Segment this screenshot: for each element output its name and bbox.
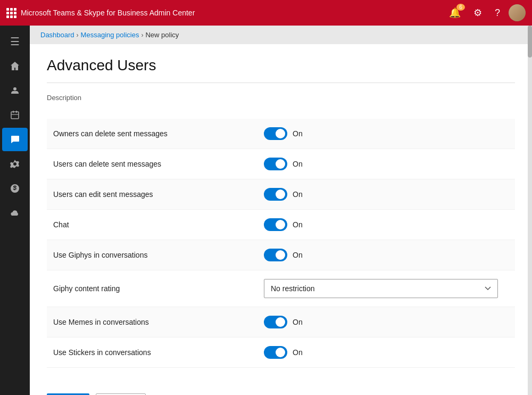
- setting-label-users-edit: Users can edit sent messages: [53, 190, 264, 199]
- title-divider: [47, 83, 515, 83]
- waffle-icon[interactable]: [6, 8, 16, 18]
- setting-row-users-delete: Users can delete sent messages On: [47, 149, 515, 179]
- notification-badge: 6: [456, 4, 465, 11]
- setting-row-giphys: Use Giphys in conversations On: [47, 240, 515, 270]
- setting-row-memes: Use Memes in conversations On: [47, 307, 515, 338]
- help-button[interactable]: ?: [491, 5, 504, 21]
- svg-rect-0: [11, 112, 19, 119]
- sidebar-item-messaging[interactable]: [2, 128, 28, 151]
- toggle-stickers[interactable]: [264, 346, 287, 359]
- top-header: Microsoft Teams & Skype for Business Adm…: [0, 0, 532, 26]
- main-layout: ☰ Dashboard › Messaging policies ›: [0, 26, 532, 395]
- toggle-label-stickers: On: [293, 348, 303, 357]
- toggle-label-chat: On: [293, 220, 303, 229]
- toggle-users-edit[interactable]: [264, 188, 287, 201]
- setting-control-memes: On: [264, 316, 509, 328]
- scrollbar-thumb[interactable]: [528, 26, 532, 57]
- setting-row-giphy-rating: Giphy content rating No restriction Mode…: [47, 270, 515, 307]
- settings-list: Owners can delete sent messages On Users: [47, 119, 515, 368]
- toggle-chat[interactable]: [264, 218, 287, 231]
- setting-label-giphys: Use Giphys in conversations: [53, 251, 264, 259]
- toggle-users-delete[interactable]: [264, 158, 287, 170]
- breadcrumb-sep-1: ›: [77, 31, 79, 39]
- sidebar-item-home[interactable]: [2, 54, 28, 78]
- setting-control-chat: On: [264, 218, 509, 231]
- setting-label-owners-delete: Owners can delete sent messages: [53, 129, 264, 138]
- description-label: Description: [47, 89, 515, 106]
- breadcrumb-sep-2: ›: [141, 31, 143, 39]
- header-title: Microsoft Teams & Skype for Business Adm…: [21, 9, 445, 17]
- toggle-owners-delete[interactable]: [264, 127, 287, 140]
- toggle-label-giphys: On: [293, 251, 303, 259]
- setting-row-chat: Chat On: [47, 210, 515, 240]
- header-icons: 🔔 6 ⚙ ?: [445, 4, 526, 21]
- setting-label-giphy-rating: Giphy content rating: [53, 284, 264, 293]
- setting-label-chat: Chat: [53, 220, 264, 229]
- page-content: Advanced Users Description Owners can de…: [30, 44, 532, 395]
- setting-control-users-delete: On: [264, 158, 509, 170]
- toggle-label-owners-delete: On: [293, 129, 303, 138]
- sidebar-item-hamburger[interactable]: ☰: [2, 30, 28, 53]
- content-area: Dashboard › Messaging policies › New pol…: [30, 26, 532, 395]
- page-title: Advanced Users: [47, 57, 515, 74]
- sidebar-item-skype[interactable]: [2, 177, 28, 200]
- toggle-memes[interactable]: [264, 316, 287, 328]
- setting-control-giphys: On: [264, 249, 509, 261]
- setting-row-owners-delete: Owners can delete sent messages On: [47, 119, 515, 149]
- toggle-label-users-edit: On: [293, 190, 303, 199]
- setting-label-users-delete: Users can delete sent messages: [53, 160, 264, 168]
- breadcrumb-messaging-policies[interactable]: Messaging policies: [81, 31, 139, 39]
- toggle-label-users-delete: On: [293, 160, 303, 168]
- sidebar-item-cloud[interactable]: [2, 201, 28, 225]
- setting-control-stickers: On: [264, 346, 509, 359]
- sidebar-item-users[interactable]: [2, 79, 28, 102]
- toggle-giphys[interactable]: [264, 249, 287, 261]
- scrollbar-track[interactable]: [528, 26, 532, 395]
- avatar-image: [509, 4, 526, 21]
- avatar[interactable]: [509, 4, 526, 21]
- setting-row-stickers: Use Stickers in conversations On: [47, 338, 515, 368]
- setting-label-stickers: Use Stickers in conversations: [53, 348, 264, 357]
- setting-control-users-edit: On: [264, 188, 509, 201]
- settings-button[interactable]: ⚙: [469, 5, 486, 21]
- toggle-label-memes: On: [293, 318, 303, 326]
- breadcrumb: Dashboard › Messaging policies › New pol…: [30, 26, 532, 44]
- notifications-button[interactable]: 🔔 6: [445, 5, 465, 21]
- sidebar-item-settings[interactable]: [2, 152, 28, 176]
- setting-label-memes: Use Memes in conversations: [53, 318, 264, 326]
- sidebar-item-calendar[interactable]: [2, 103, 28, 127]
- action-buttons: Save Cancel: [47, 385, 515, 395]
- setting-row-users-edit: Users can edit sent messages On: [47, 179, 515, 210]
- setting-control-giphy-rating: No restriction Moderate Strict: [264, 279, 509, 298]
- dropdown-wrapper-giphy: No restriction Moderate Strict: [264, 279, 498, 298]
- giphy-rating-dropdown[interactable]: No restriction Moderate Strict: [264, 279, 498, 298]
- setting-control-owners-delete: On: [264, 127, 509, 140]
- sidebar: ☰: [0, 26, 30, 395]
- breadcrumb-dashboard[interactable]: Dashboard: [40, 31, 74, 39]
- breadcrumb-current: New policy: [145, 31, 179, 39]
